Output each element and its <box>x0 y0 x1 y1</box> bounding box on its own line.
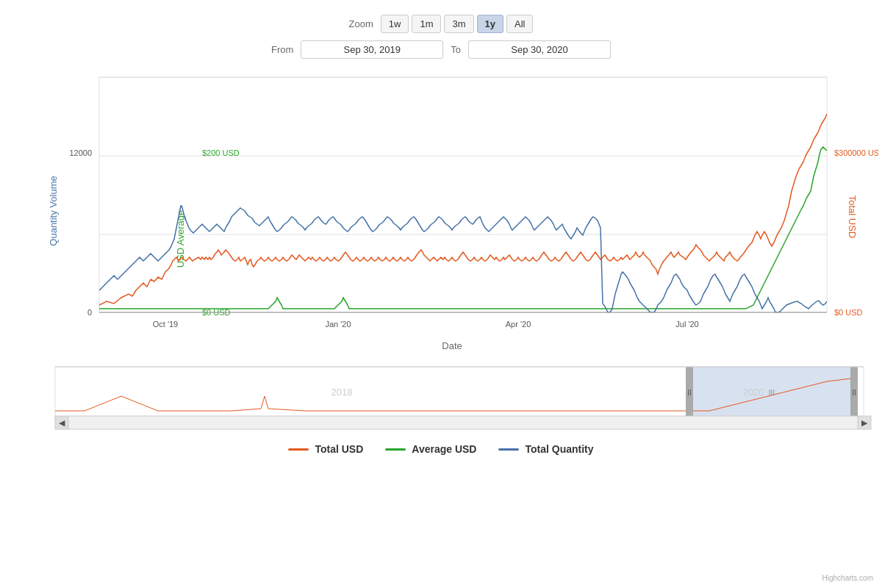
svg-text:Oct '19: Oct '19 <box>153 320 179 329</box>
zoom-1y[interactable]: 1y <box>477 15 503 33</box>
chart-legend: Total USD Average USD Total Quantity <box>0 443 882 455</box>
legend-item-average-usd[interactable]: Average USD <box>385 443 476 455</box>
svg-text:12000: 12000 <box>69 148 92 157</box>
from-label: From <box>271 44 293 55</box>
svg-text:▶: ▶ <box>861 418 868 427</box>
date-range-bar: From To <box>0 40 882 59</box>
zoom-label: Zoom <box>349 18 373 29</box>
zoom-bar: Zoom 1w 1m 3m 1y All <box>0 15 882 33</box>
zoom-1m[interactable]: 1m <box>412 15 441 33</box>
svg-text:2018: 2018 <box>331 387 353 398</box>
svg-text:Total USD: Total USD <box>847 196 858 239</box>
legend-line-total-quantity <box>498 448 519 451</box>
svg-text:0: 0 <box>87 308 92 317</box>
navigator-svg: II II III 2018 2020 ◀ ▶ <box>48 363 878 433</box>
svg-text:Apr '20: Apr '20 <box>506 320 531 329</box>
from-date-input[interactable] <box>301 40 443 59</box>
svg-text:III: III <box>769 389 775 397</box>
svg-text:II: II <box>687 389 692 397</box>
svg-text:$200 USD: $200 USD <box>202 148 240 157</box>
svg-text:2020: 2020 <box>743 387 764 398</box>
y-axis-left-label: Quantity Volume <box>48 176 59 245</box>
svg-text:Jul '20: Jul '20 <box>675 320 698 329</box>
main-chart-svg: 12000 0 $300000 USD $0 USD $200 USD $0 U… <box>48 70 878 334</box>
legend-label-total-usd: Total USD <box>315 443 363 455</box>
svg-text:◀: ◀ <box>59 418 65 427</box>
legend-item-total-quantity[interactable]: Total Quantity <box>498 443 593 455</box>
legend-label-average-usd: Average USD <box>412 443 476 455</box>
svg-text:Jan '20: Jan '20 <box>325 320 351 329</box>
svg-rect-33 <box>68 416 858 429</box>
legend-line-total-usd <box>288 448 309 451</box>
zoom-3m[interactable]: 3m <box>444 15 473 33</box>
zoom-all[interactable]: All <box>506 15 533 33</box>
svg-text:$300000 USD: $300000 USD <box>834 148 878 157</box>
to-date-input[interactable] <box>468 40 611 59</box>
zoom-1w[interactable]: 1w <box>381 15 409 33</box>
to-label: To <box>451 44 461 55</box>
svg-text:II: II <box>852 389 856 397</box>
chart-container: Zoom 1w 1m 3m 1y All From To Quantity Vo… <box>0 0 882 588</box>
legend-item-total-usd[interactable]: Total USD <box>288 443 363 455</box>
legend-label-total-quantity: Total Quantity <box>525 443 593 455</box>
svg-text:$0 USD: $0 USD <box>834 308 863 317</box>
x-axis-title: Date <box>48 340 856 351</box>
svg-rect-1 <box>99 77 827 312</box>
highcharts-credit: Highcharts.com <box>822 574 873 582</box>
legend-line-average-usd <box>385 448 406 451</box>
